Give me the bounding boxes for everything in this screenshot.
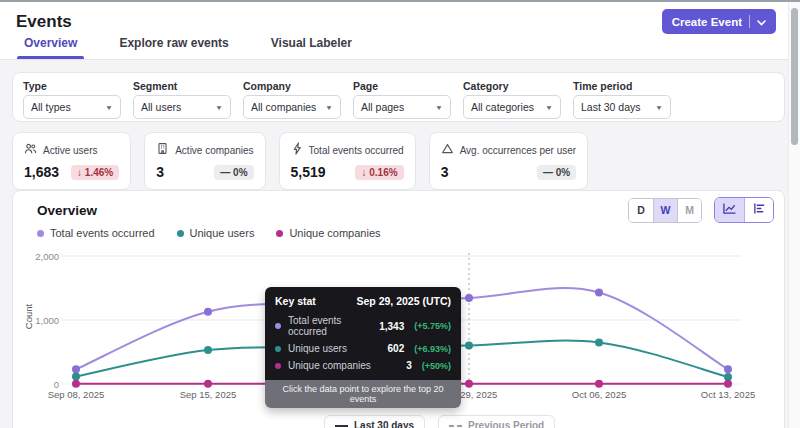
tooltip-row-total-events-occurred: Total events occurred1,343(+5.75%) xyxy=(275,315,451,337)
tooltip-series-value: 3 xyxy=(406,360,412,371)
create-event-label: Create Event xyxy=(672,16,742,28)
filter-company: CompanyAll companies▼ xyxy=(243,80,341,114)
dashed-line-icon xyxy=(449,425,462,427)
tooltip-series-dot xyxy=(275,346,281,352)
page-header: Events Create Event OverviewExplore raw … xyxy=(0,2,800,60)
tooltip-date: Sep 29, 2025 (UTC) xyxy=(356,295,451,307)
data-point-total-events-occurred-5[interactable] xyxy=(724,365,732,373)
tooltip-series-change: (+5.75%) xyxy=(414,321,451,331)
data-point-total-events-occurred-0[interactable] xyxy=(72,365,80,373)
tab-explore-raw-events[interactable]: Explore raw events xyxy=(112,36,235,59)
tooltip-hint: Click the data point to explore the top … xyxy=(265,380,461,408)
scrollbar-track[interactable] xyxy=(788,2,800,428)
filter-label: Page xyxy=(353,80,451,92)
filter-page: PageAll pages▼ xyxy=(353,80,451,114)
data-point-unique-companies-4[interactable] xyxy=(595,380,603,388)
previous-period-toggle-button[interactable]: Previous Period xyxy=(438,415,555,428)
data-point-total-events-occurred-4[interactable] xyxy=(595,289,603,297)
type-select[interactable]: All types▼ xyxy=(23,95,121,119)
building-icon xyxy=(156,141,169,159)
tab-overview[interactable]: Overview xyxy=(17,36,84,59)
stat-change-badge: ↓ 0.16% xyxy=(355,165,403,180)
tooltip-title: Key stat xyxy=(275,295,316,307)
tooltip-series-dot xyxy=(275,323,281,329)
select-value: All users xyxy=(141,101,181,113)
segment-select[interactable]: All users▼ xyxy=(133,95,231,119)
bolt-icon xyxy=(291,141,303,159)
filter-label: Type xyxy=(23,80,121,92)
data-point-unique-users-3[interactable] xyxy=(465,342,473,350)
category-select[interactable]: All categories▼ xyxy=(463,95,561,119)
stat-card-avg-occurrences-per-user: Avg. occurrences per user3— 0% xyxy=(429,132,589,190)
tooltip-row-unique-companies: Unique companies3(+50%) xyxy=(275,360,451,371)
chevron-down-icon: ▼ xyxy=(105,103,113,110)
data-point-unique-companies-3[interactable] xyxy=(465,380,473,388)
footer-button-label: Last 30 days xyxy=(354,420,414,428)
stat-card-active-users: Active users1,683↓ 1.46% xyxy=(12,132,131,190)
stat-label: Avg. occurrences per user xyxy=(460,145,577,156)
filter-label: Time period xyxy=(573,80,671,92)
tooltip-series-value: 1,343 xyxy=(379,321,404,332)
chevron-down-icon[interactable] xyxy=(757,16,766,28)
filter-category: CategoryAll categories▼ xyxy=(463,80,561,114)
chevron-down-icon: ▼ xyxy=(325,103,333,110)
data-point-unique-users-1[interactable] xyxy=(204,346,212,354)
chevron-down-icon: ▼ xyxy=(435,103,443,110)
x-tick-oct-06-2025: Oct 06, 2025 xyxy=(559,389,639,400)
create-event-button[interactable]: Create Event xyxy=(662,9,776,34)
tab-bar: OverviewExplore raw eventsVisual Labeler xyxy=(17,36,359,59)
data-point-unique-users-4[interactable] xyxy=(595,338,603,346)
chart-tooltip: Key stat Sep 29, 2025 (UTC) Total events… xyxy=(265,287,461,408)
chart-footer-legend: Last 30 daysPrevious Period xyxy=(324,415,555,428)
stat-value: 3 xyxy=(156,164,164,180)
stat-card-total-events-occurred: Total events occurred5,519↓ 0.16% xyxy=(279,132,416,190)
tooltip-series-name: Unique companies xyxy=(288,360,399,371)
stat-label: Active companies xyxy=(175,145,253,156)
data-point-total-events-occurred-3[interactable] xyxy=(465,294,473,302)
select-value: All pages xyxy=(361,101,404,113)
y-tick-1000: 1,000 xyxy=(19,315,59,326)
tooltip-series-name: Total events occurred xyxy=(288,315,372,337)
solid-line-icon xyxy=(335,425,348,427)
tab-visual-labeler[interactable]: Visual Labeler xyxy=(264,36,359,59)
filter-segment: SegmentAll users▼ xyxy=(133,80,231,114)
x-tick-oct-13-2025: Oct 13, 2025 xyxy=(688,389,768,400)
button-divider xyxy=(749,15,750,28)
stat-label: Total events occurred xyxy=(309,145,404,156)
overview-card: Overview DWM Total events occurredUnique… xyxy=(12,190,785,428)
data-point-unique-companies-0[interactable] xyxy=(72,380,80,388)
filter-label: Category xyxy=(463,80,561,92)
filter-label: Company xyxy=(243,80,341,92)
tooltip-body: Key stat Sep 29, 2025 (UTC) Total events… xyxy=(265,287,461,380)
data-point-unique-companies-1[interactable] xyxy=(204,380,212,388)
company-select[interactable]: All companies▼ xyxy=(243,95,341,119)
tooltip-series-value: 602 xyxy=(388,343,405,354)
chevron-down-icon: ▼ xyxy=(655,103,663,110)
tooltip-series-change: (+6.93%) xyxy=(414,344,451,354)
chevron-down-icon: ▼ xyxy=(545,103,553,110)
data-point-unique-users-0[interactable] xyxy=(72,373,80,381)
y-tick-2000: 2,000 xyxy=(19,251,59,262)
time-period-select[interactable]: Last 30 days▼ xyxy=(573,95,671,119)
stats-row: Active users1,683↓ 1.46%Active companies… xyxy=(12,132,588,190)
last-30-days-toggle-button[interactable]: Last 30 days xyxy=(324,415,425,428)
data-point-total-events-occurred-1[interactable] xyxy=(204,308,212,316)
x-tick-sep-08-2025: Sep 08, 2025 xyxy=(36,389,116,400)
users-icon xyxy=(24,141,37,159)
data-point-unique-users-5[interactable] xyxy=(724,373,732,381)
select-value: Last 30 days xyxy=(581,101,641,113)
x-tick-sep-15-2025: Sep 15, 2025 xyxy=(168,389,248,400)
page-select[interactable]: All pages▼ xyxy=(353,95,451,119)
footer-button-label: Previous Period xyxy=(468,420,544,428)
chevron-down-icon: ▼ xyxy=(215,103,223,110)
data-point-unique-companies-5[interactable] xyxy=(724,380,732,388)
stat-value: 3 xyxy=(441,164,449,180)
stat-change-badge: ↓ 1.46% xyxy=(71,165,119,180)
page-title: Events xyxy=(16,12,72,32)
filter-label: Segment xyxy=(133,80,231,92)
tooltip-row-unique-users: Unique users602(+6.93%) xyxy=(275,343,451,354)
select-value: All types xyxy=(31,101,71,113)
stat-card-active-companies: Active companies3— 0% xyxy=(144,132,265,190)
stat-change-badge: — 0% xyxy=(214,165,253,180)
scrollbar-thumb[interactable] xyxy=(791,8,798,145)
